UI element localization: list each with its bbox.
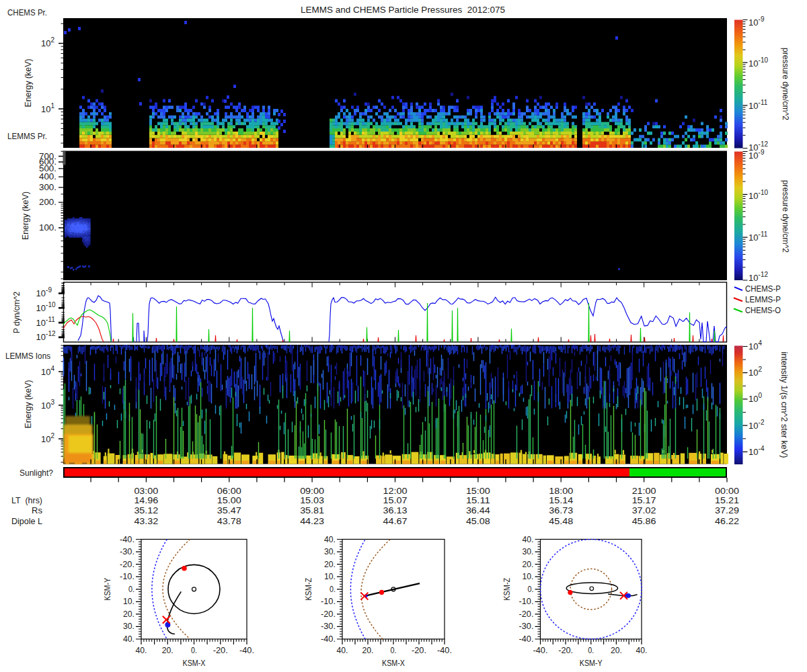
svg-text:10: 10 <box>41 367 50 377</box>
svg-text:CHEMS-P: CHEMS-P <box>745 284 781 294</box>
svg-text:20.: 20. <box>523 560 534 569</box>
svg-text:-9: -9 <box>46 286 52 294</box>
svg-text:40.: 40. <box>136 646 147 655</box>
svg-text:400.: 400. <box>39 172 56 181</box>
svg-text:-12: -12 <box>759 271 769 278</box>
svg-text:-30.: -30. <box>321 622 336 631</box>
svg-text:KSM-X: KSM-X <box>382 659 406 668</box>
svg-text:0.: 0. <box>528 585 534 594</box>
svg-text:0.: 0. <box>588 646 594 655</box>
svg-text:-40.: -40. <box>239 646 254 655</box>
svg-text:10: 10 <box>36 332 46 342</box>
svg-text:0: 0 <box>759 392 763 399</box>
svg-text:pressure dyne/cm^2: pressure dyne/cm^2 <box>781 180 790 253</box>
svg-text:-11: -11 <box>759 99 768 106</box>
svg-text:20.: 20. <box>611 646 622 655</box>
svg-text:LEMMS Ions: LEMMS Ions <box>5 351 50 361</box>
svg-text:10: 10 <box>748 341 758 351</box>
svg-text:KSM-Y: KSM-Y <box>580 659 603 668</box>
svg-text:10.: 10. <box>123 597 134 606</box>
svg-text:-40.: -40. <box>533 646 548 655</box>
svg-text:-40.: -40. <box>519 634 534 644</box>
svg-text:10: 10 <box>36 303 46 313</box>
svg-text:-10: -10 <box>759 56 769 64</box>
svg-text:10: 10 <box>36 288 46 298</box>
svg-text:0.: 0. <box>330 585 336 594</box>
svg-text:44.23: 44.23 <box>300 516 324 526</box>
svg-text:CHEMS Pr.: CHEMS Pr. <box>7 8 47 17</box>
svg-text:Sunlight?: Sunlight? <box>20 468 53 478</box>
svg-text:10: 10 <box>748 368 758 378</box>
svg-text:-2: -2 <box>759 419 765 426</box>
svg-text:37.29: 37.29 <box>715 505 739 515</box>
svg-text:36.73: 36.73 <box>549 505 573 515</box>
svg-text:45.48: 45.48 <box>549 516 573 526</box>
svg-text:36.44: 36.44 <box>466 505 490 515</box>
svg-text:15.00: 15.00 <box>217 495 241 505</box>
svg-text:10.: 10. <box>324 572 336 581</box>
svg-text:0.: 0. <box>391 646 397 655</box>
svg-text:-11: -11 <box>46 316 55 323</box>
svg-text:0.: 0. <box>191 646 197 655</box>
svg-text:0.: 0. <box>128 585 134 594</box>
svg-text:4: 4 <box>759 339 763 347</box>
svg-text:35.47: 35.47 <box>217 505 241 515</box>
svg-text:-20.: -20. <box>120 560 134 569</box>
svg-text:10: 10 <box>41 104 50 114</box>
svg-text:10: 10 <box>36 318 46 328</box>
svg-text:15.17: 15.17 <box>632 495 656 505</box>
svg-text:03:00: 03:00 <box>134 486 158 496</box>
svg-text:LEMMS-P: LEMMS-P <box>745 295 781 304</box>
svg-text:10: 10 <box>41 401 50 411</box>
svg-text:100.: 100. <box>39 223 56 233</box>
svg-text:intensity 1/(s cm^2 ster keV): intensity 1/(s cm^2 ster keV) <box>779 352 789 458</box>
svg-text:3: 3 <box>51 398 55 406</box>
svg-text:LEMMS and CHEMS Particle Press: LEMMS and CHEMS Particle Pressures 2012:… <box>301 5 505 15</box>
svg-text:10: 10 <box>41 38 50 48</box>
svg-text:37.02: 37.02 <box>632 505 656 515</box>
svg-text:21:00: 21:00 <box>632 486 656 496</box>
svg-text:35.12: 35.12 <box>134 505 158 515</box>
svg-text:10: 10 <box>748 191 758 201</box>
svg-text:Energy (keV): Energy (keV) <box>24 380 33 429</box>
svg-text:10: 10 <box>748 151 758 161</box>
svg-text:300.: 300. <box>39 183 56 192</box>
svg-text:KSM-Z: KSM-Z <box>502 577 512 600</box>
svg-text:KSM-X: KSM-X <box>183 659 206 668</box>
svg-text:-20.: -20. <box>321 610 336 619</box>
svg-text:Energy (keV): Energy (keV) <box>24 59 33 108</box>
svg-text:-9: -9 <box>759 15 765 23</box>
svg-text:-9: -9 <box>759 149 765 156</box>
svg-text:45.86: 45.86 <box>632 516 656 526</box>
svg-text:40.: 40. <box>337 646 348 655</box>
svg-text:-10: -10 <box>46 301 56 308</box>
svg-text:15.21: 15.21 <box>715 495 739 505</box>
svg-text:10: 10 <box>748 421 758 431</box>
svg-text:20.: 20. <box>324 560 336 569</box>
svg-text:10: 10 <box>748 233 758 243</box>
svg-text:-4: -4 <box>759 445 765 452</box>
svg-text:15:00: 15:00 <box>466 486 490 496</box>
svg-text:1: 1 <box>51 102 55 110</box>
svg-text:14.96: 14.96 <box>134 495 158 505</box>
svg-text:-40.: -40. <box>437 646 452 655</box>
svg-text:Energy (keV): Energy (keV) <box>21 192 30 240</box>
svg-text:40.: 40. <box>123 634 134 644</box>
svg-text:10: 10 <box>748 447 758 457</box>
svg-text:09:00: 09:00 <box>300 486 324 496</box>
svg-text:CHEMS-O: CHEMS-O <box>745 306 781 315</box>
svg-text:10: 10 <box>748 101 758 111</box>
svg-text:2: 2 <box>759 366 763 373</box>
svg-text:35.81: 35.81 <box>300 505 324 515</box>
svg-text:20.: 20. <box>123 610 134 619</box>
svg-text:-40.: -40. <box>321 634 336 644</box>
svg-text:-40.: -40. <box>120 535 134 544</box>
svg-text:40.: 40. <box>324 535 336 544</box>
svg-text:-20.: -20. <box>213 646 228 655</box>
svg-text:18:00: 18:00 <box>549 486 573 496</box>
svg-text:LEMMS Pr.: LEMMS Pr. <box>7 132 47 141</box>
svg-text:-12: -12 <box>46 330 56 337</box>
svg-text:10.: 10. <box>523 572 534 581</box>
svg-text:44.67: 44.67 <box>383 516 408 526</box>
svg-text:00:00: 00:00 <box>715 486 739 496</box>
